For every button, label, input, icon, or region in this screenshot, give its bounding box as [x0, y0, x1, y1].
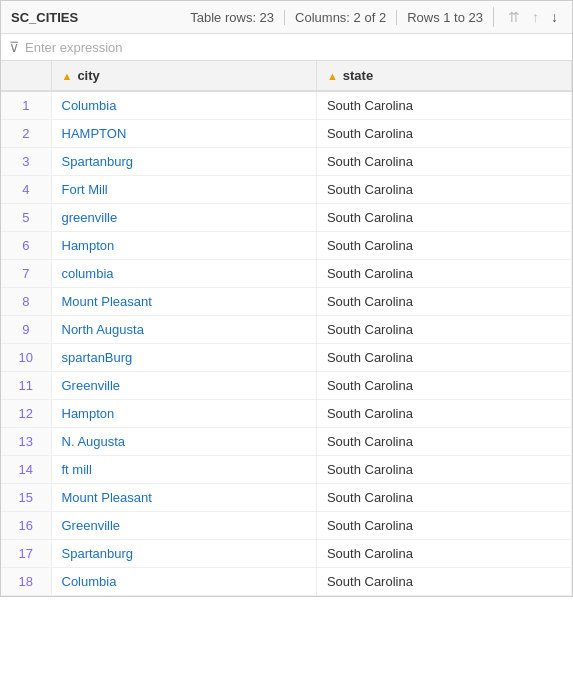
- table-row[interactable]: 18ColumbiaSouth Carolina: [1, 568, 572, 596]
- row-city: ft mill: [51, 456, 316, 484]
- row-city: N. Augusta: [51, 428, 316, 456]
- row-city: Hampton: [51, 232, 316, 260]
- rows-range-info: Rows 1 to 23: [396, 10, 493, 25]
- nav-actions: ⇈ ↑ ↓: [493, 7, 562, 27]
- row-number: 17: [1, 540, 51, 568]
- row-state: South Carolina: [316, 456, 571, 484]
- table-row[interactable]: 11GreenvilleSouth Carolina: [1, 372, 572, 400]
- row-state: South Carolina: [316, 120, 571, 148]
- toolbar: SC_CITIES Table rows: 23 Columns: 2 of 2…: [1, 1, 572, 34]
- row-number: 11: [1, 372, 51, 400]
- row-state: South Carolina: [316, 316, 571, 344]
- row-state: South Carolina: [316, 288, 571, 316]
- row-city: Spartanburg: [51, 148, 316, 176]
- row-number: 6: [1, 232, 51, 260]
- row-state: South Carolina: [316, 260, 571, 288]
- data-table: ▲ city ▲ state 1ColumbiaSouth Carolina2H…: [1, 61, 572, 596]
- row-city: columbia: [51, 260, 316, 288]
- row-state: South Carolina: [316, 204, 571, 232]
- city-sort-icon: ▲: [62, 70, 73, 82]
- table-wrapper: ▲ city ▲ state 1ColumbiaSouth Carolina2H…: [1, 61, 572, 596]
- row-number: 5: [1, 204, 51, 232]
- row-state: South Carolina: [316, 91, 571, 120]
- filter-icon: ⊽: [9, 39, 19, 55]
- table-row[interactable]: 8Mount PleasantSouth Carolina: [1, 288, 572, 316]
- row-number: 7: [1, 260, 51, 288]
- columns-info: Columns: 2 of 2: [284, 10, 396, 25]
- row-state: South Carolina: [316, 568, 571, 596]
- row-state: South Carolina: [316, 428, 571, 456]
- row-state: South Carolina: [316, 148, 571, 176]
- filter-bar: ⊽: [1, 34, 572, 61]
- row-state: South Carolina: [316, 372, 571, 400]
- row-city: Spartanburg: [51, 540, 316, 568]
- row-number: 18: [1, 568, 51, 596]
- table-body: 1ColumbiaSouth Carolina2HAMPTONSouth Car…: [1, 91, 572, 596]
- row-number: 8: [1, 288, 51, 316]
- row-number: 1: [1, 91, 51, 120]
- row-number: 13: [1, 428, 51, 456]
- table-title: SC_CITIES: [11, 10, 78, 25]
- table-row[interactable]: 17SpartanburgSouth Carolina: [1, 540, 572, 568]
- row-city: spartanBurg: [51, 344, 316, 372]
- row-city: North Augusta: [51, 316, 316, 344]
- row-state: South Carolina: [316, 512, 571, 540]
- toolbar-meta: Table rows: 23 Columns: 2 of 2 Rows 1 to…: [180, 7, 562, 27]
- main-container: SC_CITIES Table rows: 23 Columns: 2 of 2…: [0, 0, 573, 597]
- row-number: 10: [1, 344, 51, 372]
- table-row[interactable]: 4Fort MillSouth Carolina: [1, 176, 572, 204]
- state-sort-icon: ▲: [327, 70, 338, 82]
- table-row[interactable]: 7columbiaSouth Carolina: [1, 260, 572, 288]
- table-row[interactable]: 6HamptonSouth Carolina: [1, 232, 572, 260]
- row-city: Columbia: [51, 568, 316, 596]
- row-city: Greenville: [51, 372, 316, 400]
- table-row[interactable]: 3SpartanburgSouth Carolina: [1, 148, 572, 176]
- row-state: South Carolina: [316, 344, 571, 372]
- toolbar-left: SC_CITIES: [11, 10, 78, 25]
- nav-first-button[interactable]: ⇈: [504, 7, 524, 27]
- table-row[interactable]: 9North AugustaSouth Carolina: [1, 316, 572, 344]
- row-city: Mount Pleasant: [51, 484, 316, 512]
- row-number: 16: [1, 512, 51, 540]
- filter-input[interactable]: [25, 40, 564, 55]
- col-city-label: city: [77, 68, 99, 83]
- row-state: South Carolina: [316, 232, 571, 260]
- row-city: HAMPTON: [51, 120, 316, 148]
- row-number: 12: [1, 400, 51, 428]
- table-row[interactable]: 16GreenvilleSouth Carolina: [1, 512, 572, 540]
- col-state-label: state: [343, 68, 373, 83]
- table-row[interactable]: 13N. AugustaSouth Carolina: [1, 428, 572, 456]
- table-row[interactable]: 15Mount PleasantSouth Carolina: [1, 484, 572, 512]
- row-city: greenville: [51, 204, 316, 232]
- row-state: South Carolina: [316, 400, 571, 428]
- col-header-state[interactable]: ▲ state: [316, 61, 571, 91]
- nav-first-icon: ⇈: [508, 9, 520, 25]
- row-number: 9: [1, 316, 51, 344]
- nav-prev-button[interactable]: ↑: [528, 7, 543, 27]
- table-row[interactable]: 1ColumbiaSouth Carolina: [1, 91, 572, 120]
- table-rows-info: Table rows: 23: [180, 10, 284, 25]
- row-city: Hampton: [51, 400, 316, 428]
- col-header-rownum: [1, 61, 51, 91]
- table-row[interactable]: 5greenvilleSouth Carolina: [1, 204, 572, 232]
- table-header-row: ▲ city ▲ state: [1, 61, 572, 91]
- col-header-city[interactable]: ▲ city: [51, 61, 316, 91]
- nav-prev-icon: ↑: [532, 9, 539, 25]
- nav-next-button[interactable]: ↓: [547, 7, 562, 27]
- table-row[interactable]: 12HamptonSouth Carolina: [1, 400, 572, 428]
- row-number: 2: [1, 120, 51, 148]
- row-city: Mount Pleasant: [51, 288, 316, 316]
- row-city: Fort Mill: [51, 176, 316, 204]
- table-row[interactable]: 2HAMPTONSouth Carolina: [1, 120, 572, 148]
- row-city: Greenville: [51, 512, 316, 540]
- row-number: 3: [1, 148, 51, 176]
- table-row[interactable]: 10spartanBurgSouth Carolina: [1, 344, 572, 372]
- row-state: South Carolina: [316, 484, 571, 512]
- row-number: 14: [1, 456, 51, 484]
- row-number: 4: [1, 176, 51, 204]
- row-city: Columbia: [51, 91, 316, 120]
- row-state: South Carolina: [316, 176, 571, 204]
- row-number: 15: [1, 484, 51, 512]
- table-row[interactable]: 14ft millSouth Carolina: [1, 456, 572, 484]
- row-state: South Carolina: [316, 540, 571, 568]
